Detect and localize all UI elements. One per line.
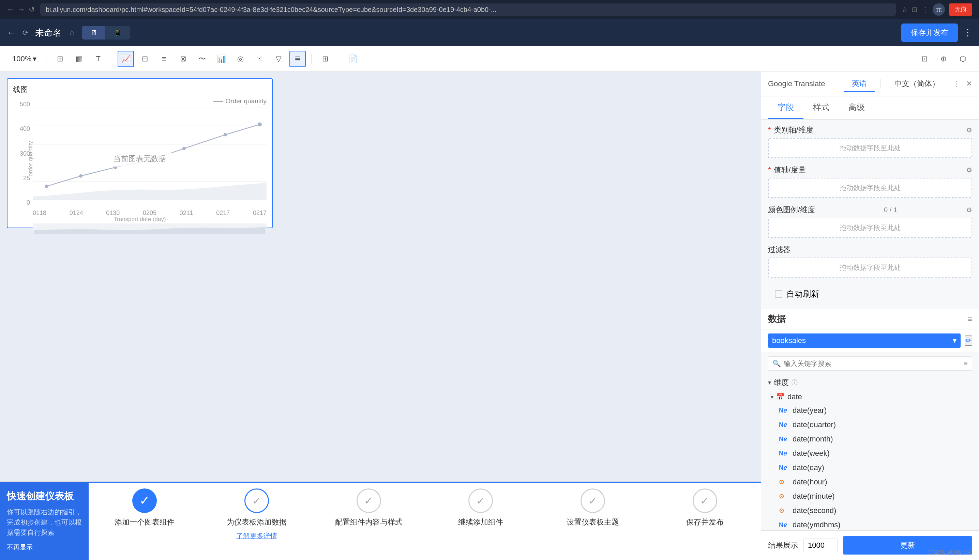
- field-name-date-month: date(month): [792, 435, 833, 443]
- category-axis-drop-zone[interactable]: 拖动数据字段至此处: [768, 138, 972, 158]
- dataset-row: booksales ▾ ✏: [761, 329, 979, 352]
- text-icon[interactable]: T: [90, 51, 106, 67]
- required-star-1: *: [768, 126, 771, 135]
- dimension-info-icon[interactable]: ⓘ: [792, 378, 798, 387]
- browser-chrome: ← → ↺ bi.aliyun.com/dashboard/pc.html#wo…: [0, 0, 979, 19]
- translate-divider: [880, 79, 881, 88]
- extension-icon[interactable]: ⊡: [912, 5, 918, 13]
- chart-scroll-bar[interactable]: [33, 223, 267, 234]
- field-date-minute[interactable]: ⊙ date(minute): [761, 489, 979, 503]
- funnel-icon[interactable]: ▽: [270, 51, 287, 67]
- back-button[interactable]: ←: [7, 28, 16, 38]
- field-date-month[interactable]: Nℯ date(month): [761, 432, 979, 446]
- field-date-second[interactable]: ⊙ date(second): [761, 503, 979, 518]
- progress-icon[interactable]: ⊠: [175, 51, 191, 67]
- field-name-date-week: date(week): [792, 449, 830, 458]
- settings-icon[interactable]: ⋮: [922, 5, 929, 13]
- nav-back[interactable]: ←: [7, 5, 14, 14]
- step-label-1: 添加一个图表组件: [115, 517, 175, 527]
- field-date-day[interactable]: Nℯ date(day): [761, 460, 979, 475]
- translate-more-button[interactable]: ⋮: [953, 79, 961, 88]
- favorite-icon[interactable]: ☆: [68, 28, 75, 37]
- filter-drop-zone[interactable]: 拖动数据字段至此处: [768, 258, 972, 278]
- share-icon[interactable]: ⊡: [916, 51, 933, 67]
- loading-spinner: ⟳: [22, 28, 28, 37]
- svg-point-7: [79, 174, 82, 178]
- value-axis-gear[interactable]: ⚙: [966, 166, 972, 174]
- url-bar[interactable]: bi.aliyun.com/dashboard/pc.html#workspac…: [40, 3, 896, 16]
- field-date-quarter[interactable]: Nℯ date(quarter): [761, 418, 979, 432]
- field-type-date-year: Nℯ: [779, 407, 789, 414]
- date-group-label: date: [787, 392, 802, 401]
- color-legend-gear[interactable]: ⚙: [966, 206, 972, 214]
- grid-btn[interactable]: ⊞: [317, 51, 333, 67]
- component-icon[interactable]: ⬡: [954, 51, 971, 67]
- tab-style[interactable]: 样式: [804, 97, 839, 119]
- category-axis-config: * 类别轴/维度 ⚙ 拖动数据字段至此处: [768, 125, 972, 158]
- more-options-button[interactable]: ⋮: [963, 28, 972, 38]
- tab-advanced[interactable]: 高级: [839, 97, 874, 119]
- crosstab-icon[interactable]: ⊟: [137, 51, 153, 67]
- translate-lang-en[interactable]: 英语: [844, 76, 875, 92]
- guide-step-5: ✓ 设置仪表板主题: [537, 483, 649, 560]
- data-panel-menu-button[interactable]: ≡: [967, 314, 972, 324]
- scatter-icon[interactable]: ⁙: [251, 51, 267, 67]
- bottom-credit: CSDN @柳小米: [929, 548, 972, 557]
- save-publish-button[interactable]: 保存并发布: [901, 23, 958, 42]
- tab-fields[interactable]: 字段: [768, 97, 804, 119]
- mobile-view-button[interactable]: 📱: [105, 26, 130, 40]
- field-date-year[interactable]: Nℯ date(year): [761, 403, 979, 418]
- nav-forward[interactable]: →: [18, 5, 25, 14]
- chart-widget[interactable]: 线图 Order quantity 500 400 300 25 0 order…: [7, 78, 273, 228]
- step-link-2[interactable]: 了解更多详情: [236, 532, 277, 541]
- search-input[interactable]: [784, 360, 961, 368]
- date-group-header[interactable]: ▾ 📅 date: [761, 390, 979, 403]
- bookmark-icon[interactable]: ☆: [902, 5, 908, 13]
- login-button[interactable]: 无痕: [949, 3, 972, 16]
- app-toolbar: ← ⟳ 未命名 ☆ 🖥 📱 保存并发布 ⋮: [0, 19, 979, 46]
- auto-refresh-label: 自动刷新: [787, 288, 819, 299]
- desktop-view-button[interactable]: 🖥: [82, 26, 105, 40]
- required-star-2: *: [768, 165, 771, 174]
- translate-close-button[interactable]: ✕: [966, 79, 972, 88]
- result-count-input[interactable]: [804, 538, 837, 552]
- canvas-area[interactable]: u-dlg9op u-dlg9op u-dlg9op 线图 Order quan…: [0, 72, 761, 560]
- field-name-date-hour: date(hour): [792, 478, 827, 487]
- query-icon[interactable]: ⊞: [52, 51, 68, 67]
- stat-card-icon[interactable]: ≡: [156, 51, 172, 67]
- search-config-button[interactable]: ≡: [964, 360, 968, 368]
- field-type-date-month: Nℯ: [779, 435, 789, 443]
- chart-icon[interactable]: 📈: [118, 51, 134, 67]
- url-text: bi.aliyun.com/dashboard/pc.html#workspac…: [46, 6, 497, 13]
- translate-lang-zh[interactable]: 中文（简体）: [886, 76, 948, 92]
- bar-chart-icon[interactable]: 📊: [213, 51, 229, 67]
- field-date-week[interactable]: Nℯ date(week): [761, 446, 979, 460]
- color-legend-drop-zone[interactable]: 拖动数据字段至此处: [768, 218, 972, 238]
- note-icon[interactable]: 📄: [345, 51, 361, 67]
- guide-steps: ✓ 添加一个图表组件 ✓ 为仪表板添加数据 了解更多详情 ✓ 配置组件内容与样式…: [89, 482, 761, 560]
- value-axis-drop-zone[interactable]: 拖动数据字段至此处: [768, 178, 972, 198]
- table-icon[interactable]: ▦: [71, 51, 87, 67]
- line-chart-icon[interactable]: 〜: [194, 51, 211, 67]
- dataset-selector[interactable]: booksales ▾: [768, 333, 961, 348]
- dataset-edit-button[interactable]: ✏: [965, 335, 972, 346]
- field-type-date-second: ⊙: [779, 507, 789, 514]
- panel-tabs: 字段 样式 高级: [761, 97, 979, 120]
- dataset-name: booksales: [772, 336, 806, 345]
- dimension-expand[interactable]: ▾: [768, 379, 771, 386]
- category-axis-gear[interactable]: ⚙: [966, 126, 972, 134]
- layer-icon[interactable]: ⊕: [936, 51, 952, 67]
- pie-chart-icon[interactable]: ◎: [232, 51, 249, 67]
- zoom-control[interactable]: 100% ▾: [8, 53, 40, 65]
- field-config-area: * 类别轴/维度 ⚙ 拖动数据字段至此处 * 值轴/度量 ⚙ 拖动数据字段至此处…: [761, 120, 979, 309]
- translate-bar: Google Translate 英语 中文（简体） ⋮ ✕: [761, 72, 979, 97]
- nav-refresh[interactable]: ↺: [28, 5, 35, 14]
- field-date-ymdhms[interactable]: Nℯ date(ymdhms): [761, 518, 979, 530]
- auto-refresh-checkbox[interactable]: [775, 290, 782, 298]
- filter-text: 过滤器: [768, 245, 790, 255]
- list-icon[interactable]: ≣: [289, 51, 306, 67]
- value-axis-label: * 值轴/度量 ⚙: [768, 165, 972, 175]
- separator-4: [339, 53, 339, 64]
- guide-no-show[interactable]: 不再显示: [7, 543, 82, 552]
- field-date-hour[interactable]: ⊙ date(hour): [761, 475, 979, 489]
